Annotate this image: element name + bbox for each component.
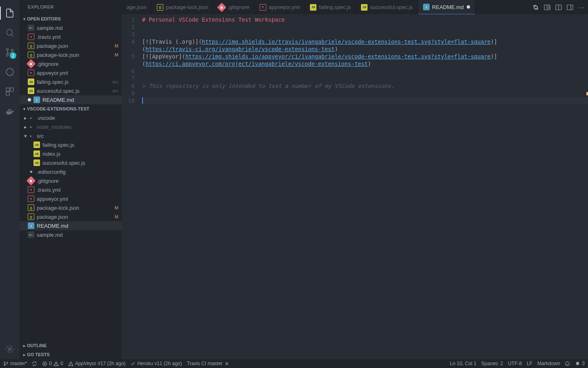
status-encoding[interactable]: UTF-8 — [508, 361, 522, 366]
line-number: 3 — [122, 31, 135, 38]
editor-tab[interactable]: iREADME.md — [418, 0, 475, 14]
svg-point-3 — [11, 49, 13, 52]
open-editor-item[interactable]: ◆.gitignore — [20, 59, 122, 68]
open-editor-item[interactable]: JSfailing.spec.jssrc — [20, 77, 122, 86]
code[interactable]: # Personal VSCode Extensions Test Worksp… — [142, 14, 588, 359]
status-sync[interactable] — [32, 361, 37, 366]
status-language[interactable]: Markdown — [537, 361, 560, 366]
scm-status: M — [115, 43, 118, 48]
file-item[interactable]: JSindex.js — [20, 149, 122, 158]
activity-debug[interactable] — [0, 62, 20, 82]
file-item[interactable]: M↓sample.md — [20, 230, 122, 239]
section-workspace[interactable]: ▾ VSCODE-EXTENSIONS-TEST — [20, 104, 122, 113]
chevron-right-icon: ▸ — [21, 352, 27, 357]
open-editor-item[interactable]: Yappveyor.yml — [20, 68, 122, 77]
file-item[interactable]: ✖.editorconfig — [20, 167, 122, 176]
js-file-icon: JS — [28, 88, 34, 94]
file-item[interactable]: {}package-lock.jsonM — [20, 203, 122, 212]
editor-tab[interactable]: age.json — [122, 0, 152, 14]
code-line[interactable] — [142, 75, 588, 82]
activity-extensions[interactable] — [0, 82, 20, 101]
smiley-icon — [565, 361, 570, 366]
error-icon — [42, 361, 47, 366]
activity-settings[interactable] — [0, 339, 20, 359]
svg-rect-6 — [10, 88, 13, 91]
file-label: successful.spec.js — [37, 88, 111, 94]
section-open-editors[interactable]: ▾ OPEN EDITORS — [20, 14, 122, 23]
line-number: 4 — [122, 38, 135, 45]
editor-tab[interactable]: ◆.gitignore — [214, 0, 254, 14]
activity-source-control[interactable]: 2 — [0, 43, 20, 62]
split-editor-icon[interactable] — [555, 4, 562, 11]
code-line[interactable] — [142, 23, 588, 31]
open-editor-item[interactable]: iREADME.md — [20, 95, 122, 104]
file-item[interactable]: JSfailing.spec.js — [20, 140, 122, 149]
code-line[interactable] — [142, 31, 588, 38]
folder-item[interactable]: ▸▸node_modules — [20, 122, 122, 131]
activity-docker[interactable] — [0, 101, 20, 121]
file-item[interactable]: Y.travis.yml — [20, 185, 122, 194]
code-line[interactable]: > This repository is only intended to te… — [142, 82, 588, 90]
activity-bar: 2 — [0, 0, 20, 359]
status-branch[interactable]: master* — [3, 361, 27, 366]
file-item[interactable]: Yappveyor.yml — [20, 194, 122, 203]
file-label: appveyor.yml — [37, 70, 118, 76]
open-editor-item[interactable]: M↓sample.md — [20, 23, 122, 32]
editor-tab[interactable]: JSsuccessful.spec.js — [356, 0, 418, 14]
yml-file-icon: Y — [28, 186, 34, 193]
open-editor-item[interactable]: {}package-lock.jsonM — [20, 50, 122, 59]
section-outline[interactable]: ▸ OUTLINE — [20, 341, 122, 350]
status-eol[interactable]: LF — [527, 361, 532, 366]
text-cursor — [142, 97, 143, 104]
file-label: appveyor.yml — [37, 196, 118, 202]
file-item[interactable]: ◆.gitignore — [20, 176, 122, 185]
status-feedback[interactable] — [565, 361, 570, 366]
js-file-icon: JS — [361, 4, 368, 11]
js-file-icon: JS — [33, 159, 40, 166]
status-notifications[interactable]: 3 — [575, 361, 585, 366]
file-label: .gitignore — [37, 178, 118, 184]
section-label: VSCODE-EXTENSIONS-TEST — [27, 106, 89, 111]
line-number — [122, 45, 135, 53]
status-heroku[interactable]: Heroku v11 (2h ago) — [130, 361, 182, 366]
code-line[interactable]: [![Travis (.org)](https://img.shields.io… — [142, 38, 588, 45]
editor-tab[interactable]: JSfailing.spec.js — [305, 0, 356, 14]
tab-label: appveyor.yml — [269, 4, 300, 10]
svg-point-12 — [4, 361, 5, 363]
editor-body[interactable]: 12345678910 # Personal VSCode Extensions… — [122, 14, 588, 359]
fold-file-icon: ▸ — [28, 123, 34, 130]
section-go-tests[interactable]: ▸ GO TESTS — [20, 350, 122, 359]
open-editor-item[interactable]: JSsuccessful.spec.jssrc — [20, 86, 122, 95]
file-item[interactable]: {}package.jsonM — [20, 212, 122, 221]
info-file-icon: i — [423, 4, 430, 10]
code-line[interactable]: [![AppVeyor](https://img.shields.io/appv… — [142, 53, 588, 60]
open-preview-icon[interactable] — [544, 4, 550, 11]
svg-point-4 — [6, 68, 13, 76]
status-problems[interactable]: 0 0 — [42, 361, 63, 366]
status-appveyor[interactable]: AppVeyor #17 (2h ago) — [68, 361, 125, 366]
editor-tab[interactable]: Yappveyor.yml — [255, 0, 305, 14]
code-line[interactable] — [142, 90, 588, 97]
code-line[interactable] — [142, 97, 588, 104]
status-travis[interactable]: Travis CI master — [187, 361, 230, 366]
open-editor-item[interactable]: {}package.jsonM — [20, 41, 122, 50]
code-line[interactable]: # Personal VSCode Extensions Test Worksp… — [142, 16, 588, 23]
git-compare-icon[interactable] — [532, 4, 539, 11]
file-item[interactable]: JSsuccessful.spec.js — [20, 158, 122, 167]
code-line[interactable]: (https://travis-ci.org/ivangabriele/vsco… — [142, 45, 588, 53]
layout-icon[interactable] — [567, 4, 573, 11]
folder-item[interactable]: ▾▸src — [20, 131, 122, 140]
editor-tab[interactable]: {}package-lock.json — [152, 0, 214, 14]
folder-item[interactable]: ▸▸.vscode — [20, 113, 122, 122]
file-item[interactable]: iREADME.md — [20, 221, 122, 230]
line-number: 1 — [122, 16, 135, 23]
open-editor-item[interactable]: Y.travis.yml — [20, 32, 122, 41]
svg-point-8 — [9, 348, 11, 350]
code-line[interactable]: (https://ci.appveyor.com/project/ivangab… — [142, 60, 588, 67]
activity-search[interactable] — [0, 23, 20, 43]
more-icon[interactable]: ··· — [578, 4, 585, 11]
status-cursor-position[interactable]: Ln 10, Col 1 — [450, 361, 477, 366]
activity-explorer[interactable] — [0, 3, 20, 23]
code-line[interactable] — [142, 67, 588, 75]
status-indent[interactable]: Spaces: 2 — [481, 361, 503, 366]
